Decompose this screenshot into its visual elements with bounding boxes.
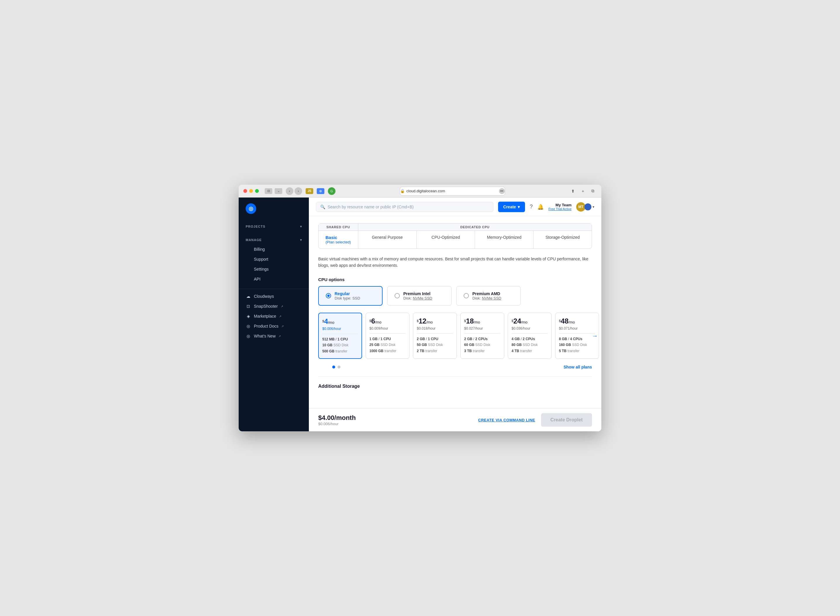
windows-icon[interactable]: ⧉ (589, 187, 597, 195)
dedicated-cpu-header: DEDICATED CPU (358, 224, 592, 231)
price-summary-main: $4.00/month (318, 414, 356, 422)
sidebar-cloudways-label: Cloudways (254, 294, 274, 299)
avatar-chevron-icon[interactable]: ▾ (593, 205, 594, 209)
maximize-button[interactable] (255, 189, 259, 193)
minimize-button[interactable] (249, 189, 253, 193)
url-field[interactable]: 🔒 cloud.digitalocean.com ••• (400, 187, 505, 195)
cpu-option-regular[interactable]: Regular Disk type: SSD (318, 286, 382, 306)
cpu-option-amd-name: Premium AMD (472, 291, 501, 296)
more-options-icon: ••• (499, 188, 505, 194)
basic-plan-name: Basic (325, 235, 351, 240)
pagination-dots (332, 365, 340, 368)
sidebar-billing-label: Billing (254, 247, 265, 252)
hourly-48: $0.071/hour (559, 326, 595, 330)
cpu-option-amd[interactable]: Premium AMD Disk: NVMe SSD (456, 286, 521, 306)
create-via-command-line-link[interactable]: CREATE VIA COMMAND LINE (478, 418, 535, 422)
forward-button[interactable]: › (294, 187, 302, 195)
pricing-price-18: $18/mo (464, 317, 500, 325)
additional-storage-label: Additional Storage (318, 384, 360, 389)
app-window: ⊟ ⌄ ‹ › JS ⊕ G 🔒 cloud.digitalocean.com … (239, 185, 601, 431)
product-docs-ext-icon: ↗ (281, 325, 284, 328)
pricing-next-arrow-icon[interactable]: → (592, 332, 598, 339)
memory-optimized-tab[interactable]: Memory-Optimized (475, 231, 534, 248)
plan-selection-tabs: SHARED CPU Basic (Plan selected) DEDICAT… (318, 223, 592, 249)
toolbar-right: ⬆ + ⧉ (569, 187, 597, 195)
projects-header[interactable]: PROJECTS ▾ (239, 222, 309, 231)
avatar-blue (584, 203, 591, 210)
sidebar-item-snapshooter[interactable]: ⊡ SnapShooter ↗ (239, 301, 309, 311)
create-button[interactable]: Create ▾ (498, 202, 525, 212)
pricing-card-18[interactable]: $18/mo $0.027/hour 2 GB / 2 CPUs 60 GB S… (460, 313, 504, 359)
content-area: SHARED CPU Basic (Plan selected) DEDICAT… (309, 216, 601, 408)
general-purpose-name: General Purpose (372, 235, 403, 240)
shared-cpu-section: SHARED CPU Basic (Plan selected) (319, 224, 358, 248)
cpu-optimized-tab[interactable]: CPU-Optimized (417, 231, 475, 248)
amount-48: 48 (560, 317, 569, 325)
manage-header[interactable]: MANAGE ▾ (239, 236, 309, 244)
new-tab-icon[interactable]: + (579, 187, 587, 195)
back-button[interactable]: ‹ (286, 187, 293, 195)
pricing-card-6[interactable]: $6/mo $0.009/hour 1 GB / 1 CPU 25 GB SSD… (366, 313, 409, 359)
close-button[interactable] (243, 189, 247, 193)
ext-icon-2[interactable]: G (328, 187, 335, 195)
dedicated-tabs-row: General Purpose CPU-Optimized Memory-Opt… (358, 231, 592, 248)
pagination-dot-2[interactable] (337, 365, 340, 368)
js-icon[interactable]: JS (306, 188, 313, 194)
amount-6: 6 (371, 317, 375, 325)
cpu-optimized-name: CPU-Optimized (431, 235, 460, 240)
spec-disk-18: 60 GB SSD Disk (464, 342, 500, 348)
pricing-card-24[interactable]: $24/mo $0.036/hour 4 GB / 2 CPUs 80 GB S… (508, 313, 552, 359)
pricing-card-12[interactable]: $12/mo $0.018/hour 2 GB / 1 CPU 50 GB SS… (413, 313, 457, 359)
bottom-bar: $4.00/month $0.006/hour CREATE VIA COMMA… (309, 408, 601, 431)
sidebar-item-support[interactable]: Support (239, 254, 309, 264)
cpu-option-intel-name: Premium Intel (403, 291, 432, 296)
search-bar[interactable]: 🔍 Search by resource name or public IP (… (316, 202, 493, 212)
marketplace-icon: ◈ (246, 314, 251, 318)
sidebar-toggle-icon[interactable]: ⊟ (265, 188, 272, 194)
pagination-left (318, 365, 340, 368)
sidebar-item-product-docs[interactable]: ◎ Product Docs ↗ (239, 321, 309, 331)
help-icon[interactable]: ? (530, 204, 533, 210)
sidebar-item-cloudways[interactable]: ☁ Cloudways (239, 291, 309, 301)
create-droplet-button[interactable]: Create Droplet (541, 413, 592, 427)
trial-badge[interactable]: Free Trial Active (549, 207, 571, 211)
whats-new-icon: ◎ (246, 334, 251, 339)
sidebar-marketplace-label: Marketplace (254, 314, 276, 318)
spec-transfer-18: 3 TB transfer (464, 348, 500, 354)
cpu-option-intel[interactable]: Premium Intel Disk: NVMe SSD (387, 286, 452, 306)
site-lock-icon: 🔒 (400, 189, 405, 193)
cpu-options-group: Regular Disk type: SSD Premium Intel Dis… (318, 286, 592, 306)
notification-icon[interactable]: 🔔 (537, 204, 544, 210)
basic-plan-tab[interactable]: Basic (Plan selected) (319, 231, 358, 248)
spec-cpu-18: 2 GB / 2 CPUs (464, 336, 500, 342)
cpu-option-regular-name: Regular (335, 291, 360, 296)
do-logo: ◎ (246, 203, 256, 214)
price-summary: $4.00/month $0.006/hour (318, 414, 356, 426)
sidebar-item-api[interactable]: API (239, 274, 309, 284)
chevron-down-icon[interactable]: ⌄ (275, 188, 282, 194)
share-icon[interactable]: ⬆ (569, 187, 577, 195)
cpu-options-title: CPU options (318, 277, 592, 282)
spec-transfer-12: 2 TB transfer (417, 348, 453, 354)
storage-optimized-tab[interactable]: Storage-Optimized (534, 231, 592, 248)
ext-icon-1[interactable]: ⊕ (317, 188, 324, 194)
pricing-card-4[interactable]: $4/mo $0.006/hour 512 MB / 1 CPU 10 GB S… (318, 313, 362, 359)
dedicated-cpu-section: DEDICATED CPU General Purpose CPU-Optimi… (358, 224, 592, 248)
sidebar-item-marketplace[interactable]: ◈ Marketplace ↗ (239, 311, 309, 321)
cloudways-icon: ☁ (246, 294, 251, 299)
sidebar-whats-new-label: What's New (254, 334, 275, 339)
show-all-plans-link[interactable]: Show all plans (563, 365, 592, 370)
period-18: /mo (474, 320, 480, 324)
app-header: 🔍 Search by resource name or public IP (… (309, 198, 601, 216)
pricing-specs-24: 4 GB / 2 CPUs 80 GB SSD Disk 4 TB transf… (512, 336, 548, 354)
sidebar-logo[interactable]: ◎ (239, 198, 309, 220)
app-layout: ◎ PROJECTS ▾ MANAGE ▾ Billing (239, 198, 601, 431)
spec-transfer-4: 500 GB transfer (322, 348, 358, 354)
general-purpose-tab[interactable]: General Purpose (358, 231, 417, 248)
sidebar-settings-label: Settings (254, 267, 269, 271)
sidebar-item-billing[interactable]: Billing (239, 244, 309, 254)
manage-chevron-icon: ▾ (300, 238, 302, 242)
sidebar-item-whats-new[interactable]: ◎ What's New ↗ (239, 331, 309, 341)
sidebar-item-settings[interactable]: Settings (239, 264, 309, 274)
pagination-dot-1[interactable] (332, 365, 335, 368)
